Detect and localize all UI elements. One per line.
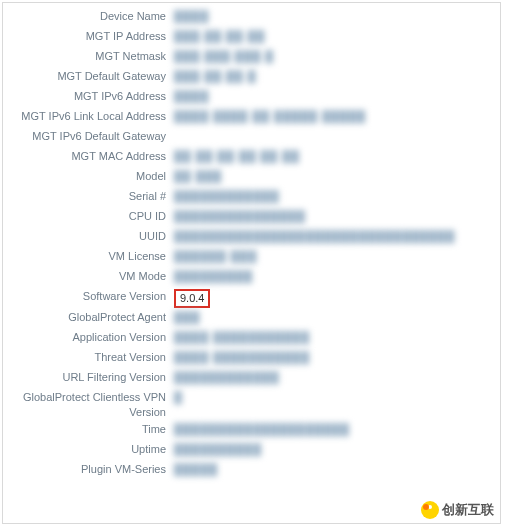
highlighted-value: 9.0.4 [174, 289, 210, 308]
redacted-value: ███.███.███.█ [174, 50, 274, 62]
watermark-text: 创新互联 [442, 501, 494, 519]
info-row: Application Version████ ███████████ [11, 330, 492, 348]
field-label: Time [11, 422, 174, 437]
field-label: MGT MAC Address [11, 149, 174, 164]
redacted-value: ███ [174, 311, 200, 323]
field-label: Uptime [11, 442, 174, 457]
info-row: Serial #████████████ [11, 189, 492, 207]
redacted-value: █ [174, 391, 183, 403]
system-info-panel: Device Name████MGT IP Address███.██.██.█… [2, 2, 501, 524]
redacted-value: ████ ███████████ [174, 331, 310, 343]
info-row: Uptime██████████ [11, 442, 492, 460]
info-row: MGT MAC Address██ ██ ██ ██ ██ ██ [11, 149, 492, 167]
field-value: ████████████████████ [174, 422, 350, 437]
field-label: MGT IPv6 Link Local Address [11, 109, 174, 124]
redacted-value: ███.██.██.█ [174, 70, 257, 82]
field-label: Model [11, 169, 174, 184]
redacted-value: ███.██.██.██ [174, 30, 265, 42]
field-value: ████ [174, 89, 209, 104]
info-row: MGT IPv6 Default Gateway [11, 129, 492, 147]
field-label: Threat Version [11, 350, 174, 365]
redacted-value: ██ ██ ██ ██ ██ ██ [174, 150, 300, 162]
info-row: MGT Netmask███.███.███.█ [11, 49, 492, 67]
field-label: MGT IP Address [11, 29, 174, 44]
info-row: Software Version9.0.4 [11, 289, 492, 308]
field-value: ████████████ [174, 189, 280, 204]
info-row: MGT Default Gateway███.██.██.█ [11, 69, 492, 87]
field-label: Device Name [11, 9, 174, 24]
field-label: URL Filtering Version [11, 370, 174, 385]
field-label: Software Version [11, 289, 174, 304]
info-row: Threat Version████ ███████████ [11, 350, 492, 368]
field-value: ██████████ [174, 442, 262, 457]
redacted-value: ███████████████ [174, 210, 306, 222]
redacted-value: ████████████ [174, 190, 280, 202]
info-row: Plugin VM-Series█████ [11, 462, 492, 480]
redacted-value: ██████████ [174, 443, 262, 455]
info-row: CPU ID███████████████ [11, 209, 492, 227]
redacted-value: ████ [174, 90, 209, 102]
info-row: VM License██████ ███ [11, 249, 492, 267]
field-value: ██ ██ ██ ██ ██ ██ [174, 149, 300, 164]
field-label: GlobalProtect Clientless VPN Version [11, 390, 174, 420]
field-label: MGT IPv6 Address [11, 89, 174, 104]
info-row: MGT IPv6 Link Local Address████ ████ ██ … [11, 109, 492, 127]
redacted-value: ████ [174, 10, 209, 22]
field-value: ███.██.██.██ [174, 29, 265, 44]
redacted-value: █████ [174, 463, 218, 475]
info-row: GlobalProtect Agent███ [11, 310, 492, 328]
info-row: MGT IPv6 Address████ [11, 89, 492, 107]
field-value: █████ [174, 462, 218, 477]
field-label: GlobalProtect Agent [11, 310, 174, 325]
redacted-value: ████████████ [174, 371, 280, 383]
field-value: █ [174, 390, 183, 405]
redacted-value: ████ ████ ██ █████ █████ [174, 110, 366, 122]
field-value: ████ ████ ██ █████ █████ [174, 109, 366, 124]
redacted-value: █████████ [174, 270, 253, 282]
field-value: █████████ [174, 269, 253, 284]
field-label: MGT IPv6 Default Gateway [11, 129, 174, 144]
info-row: GlobalProtect Clientless VPN Version█ [11, 390, 492, 420]
field-label: MGT Netmask [11, 49, 174, 64]
field-label: Application Version [11, 330, 174, 345]
info-row: VM Mode█████████ [11, 269, 492, 287]
field-value: ████ [174, 9, 209, 24]
field-label: VM Mode [11, 269, 174, 284]
field-value: ███ [174, 310, 200, 325]
info-row: UUID████████████████████████████████ [11, 229, 492, 247]
field-value: ██ ███ [174, 169, 222, 184]
field-value: 9.0.4 [174, 289, 210, 308]
info-row: Model██ ███ [11, 169, 492, 187]
field-label: VM License [11, 249, 174, 264]
field-value: ████ ███████████ [174, 350, 310, 365]
field-value: ███████████████ [174, 209, 306, 224]
field-label: Serial # [11, 189, 174, 204]
field-value: ██████ ███ [174, 249, 257, 264]
field-label: CPU ID [11, 209, 174, 224]
field-value: ███.██.██.█ [174, 69, 257, 84]
field-value: ████ ███████████ [174, 330, 310, 345]
field-label: UUID [11, 229, 174, 244]
field-value: ███.███.███.█ [174, 49, 274, 64]
watermark-logo-icon [421, 501, 439, 519]
field-label: Plugin VM-Series [11, 462, 174, 477]
field-value: ████████████ [174, 370, 280, 385]
info-row: Device Name████ [11, 9, 492, 27]
field-value: ████████████████████████████████ [174, 229, 455, 244]
info-row: MGT IP Address███.██.██.██ [11, 29, 492, 47]
redacted-value: ██████ ███ [174, 250, 257, 262]
redacted-value: ████ ███████████ [174, 351, 310, 363]
watermark: 创新互联 [421, 501, 494, 519]
info-row: URL Filtering Version████████████ [11, 370, 492, 388]
redacted-value: ██ ███ [174, 170, 222, 182]
info-row: Time████████████████████ [11, 422, 492, 440]
redacted-value: ████████████████████████████████ [174, 230, 455, 242]
redacted-value: ████████████████████ [174, 423, 350, 435]
field-label: MGT Default Gateway [11, 69, 174, 84]
